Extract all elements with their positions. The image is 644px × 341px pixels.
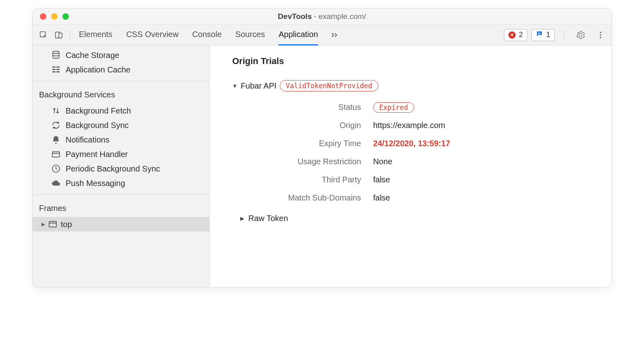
svg-rect-12 <box>56 69 60 70</box>
sidebar-item-frame-top[interactable]: ▶ top <box>33 217 209 231</box>
sidebar-group-cache: Cache Storage Application Cache <box>33 45 209 81</box>
svg-point-7 <box>600 37 601 38</box>
device-toolbar-icon[interactable] <box>53 29 65 41</box>
third-party-label: Third Party <box>240 175 361 184</box>
sidebar-item-label: Payment Handler <box>66 150 128 159</box>
status-value: Expired <box>373 103 595 112</box>
usage-restriction-value: None <box>373 157 595 166</box>
svg-rect-10 <box>56 66 60 68</box>
token-status-badge: ValidTokenNotProvided <box>280 80 378 91</box>
tab-console[interactable]: Console <box>192 25 221 45</box>
svg-point-8 <box>53 51 59 54</box>
sidebar-item-application-cache[interactable]: Application Cache <box>33 62 209 77</box>
window-title: DevTools - example.com/ <box>33 12 611 21</box>
trial-details: Status Expired Origin https://example.co… <box>240 103 595 203</box>
sidebar-group-frames: Frames ▶ top <box>33 194 209 236</box>
error-icon: ✕ <box>508 31 516 39</box>
svg-point-6 <box>600 34 601 36</box>
svg-rect-9 <box>52 66 56 68</box>
issues-count: 1 <box>546 31 550 39</box>
database-icon <box>51 50 61 60</box>
sidebar-item-label: Periodic Background Sync <box>66 164 160 174</box>
usage-restriction-label: Usage Restriction <box>240 157 361 166</box>
sidebar-item-notifications[interactable]: Notifications <box>33 132 209 147</box>
tab-sources[interactable]: Sources <box>235 25 265 45</box>
raw-token-row[interactable]: ▶ Raw Token <box>240 214 595 223</box>
sidebar-item-label: Background Sync <box>66 121 129 130</box>
tab-application[interactable]: Application <box>279 25 318 45</box>
match-subdomains-value: false <box>373 193 595 203</box>
sidebar-header-frames: Frames <box>33 197 209 217</box>
match-subdomains-label: Match Sub-Domains <box>240 193 361 203</box>
separator <box>70 30 70 40</box>
collapse-triangle-icon: ▼ <box>232 83 237 89</box>
svg-rect-15 <box>52 152 60 157</box>
sidebar-item-background-sync[interactable]: Background Sync <box>33 118 209 132</box>
origin-value: https://example.com <box>373 121 595 130</box>
sidebar-header-background: Background Services <box>33 84 209 103</box>
svg-rect-4 <box>538 34 540 35</box>
clock-icon <box>51 164 61 174</box>
inspect-element-icon[interactable] <box>37 29 50 41</box>
application-sidebar: Cache Storage Application Cache Backgrou… <box>33 45 210 287</box>
more-tabs-icon[interactable] <box>328 29 341 41</box>
sidebar-item-payment-handler[interactable]: Payment Handler <box>33 147 209 161</box>
status-badge: Expired <box>373 102 414 113</box>
origin-label: Origin <box>240 121 361 130</box>
sidebar-item-label: Application Cache <box>66 65 130 74</box>
sidebar-item-push-messaging[interactable]: Push Messaging <box>33 176 209 190</box>
grid-icon <box>51 65 61 74</box>
titlebar: DevTools - example.com/ <box>33 8 611 25</box>
tab-css-overview[interactable]: CSS Overview <box>126 25 178 45</box>
svg-point-5 <box>600 31 601 33</box>
sidebar-item-background-fetch[interactable]: Background Fetch <box>33 103 209 118</box>
panel-body: Cache Storage Application Cache Backgrou… <box>33 45 611 287</box>
expiry-label: Expiry Time <box>240 139 361 148</box>
window-controls <box>33 13 69 20</box>
expand-triangle-icon: ▶ <box>41 221 45 227</box>
svg-rect-14 <box>56 71 60 72</box>
trial-row[interactable]: ▼ Fubar API ValidTokenNotProvided <box>232 80 595 91</box>
zoom-window-icon[interactable] <box>62 13 69 20</box>
svg-rect-11 <box>52 69 56 70</box>
sidebar-item-cache-storage[interactable]: Cache Storage <box>33 48 209 62</box>
sync-icon <box>51 120 61 130</box>
third-party-value: false <box>373 175 595 184</box>
errors-chip[interactable]: ✕ 2 <box>504 29 527 41</box>
minimize-window-icon[interactable] <box>51 13 58 20</box>
sidebar-item-periodic-sync[interactable]: Periodic Background Sync <box>33 161 209 176</box>
section-heading: Origin Trials <box>232 56 595 66</box>
bell-icon <box>51 135 61 145</box>
sidebar-group-background: Background Services Background Fetch Bac… <box>33 81 209 194</box>
sidebar-item-label: Cache Storage <box>66 51 119 60</box>
sidebar-item-label: Notifications <box>66 135 109 145</box>
svg-rect-13 <box>52 71 56 72</box>
credit-card-icon <box>51 149 61 159</box>
window-icon <box>48 219 58 229</box>
expiry-value: 24/12/2020, 13:59:17 <box>373 139 595 148</box>
main-panel: Origin Trials ▼ Fubar API ValidTokenNotP… <box>210 45 611 287</box>
panel-tabs: Elements CSS Overview Console Sources Ap… <box>79 25 318 45</box>
raw-token-label: Raw Token <box>248 214 288 223</box>
status-label: Status <box>240 103 361 112</box>
sidebar-item-label: Push Messaging <box>66 179 125 188</box>
errors-count: 2 <box>519 31 523 39</box>
title-doc: example.com/ <box>318 12 366 21</box>
svg-rect-3 <box>538 33 541 34</box>
trial-name: Fubar API <box>241 81 277 91</box>
title-sep: - <box>312 12 318 21</box>
issues-chip[interactable]: 1 <box>531 29 555 41</box>
expand-triangle-icon: ▶ <box>240 215 244 221</box>
tab-elements[interactable]: Elements <box>79 25 112 45</box>
status-badges: ✕ 2 1 <box>504 29 555 41</box>
settings-icon[interactable] <box>574 29 586 41</box>
more-options-icon[interactable] <box>594 29 607 41</box>
cloud-icon <box>51 178 61 188</box>
separator <box>564 30 564 40</box>
devtools-window: DevTools - example.com/ Elements CSS Ove… <box>32 8 612 287</box>
sidebar-item-label: top <box>61 220 72 229</box>
up-down-arrows-icon <box>51 106 61 116</box>
sidebar-item-label: Background Fetch <box>66 106 131 116</box>
close-window-icon[interactable] <box>40 13 46 20</box>
svg-rect-2 <box>59 33 62 38</box>
